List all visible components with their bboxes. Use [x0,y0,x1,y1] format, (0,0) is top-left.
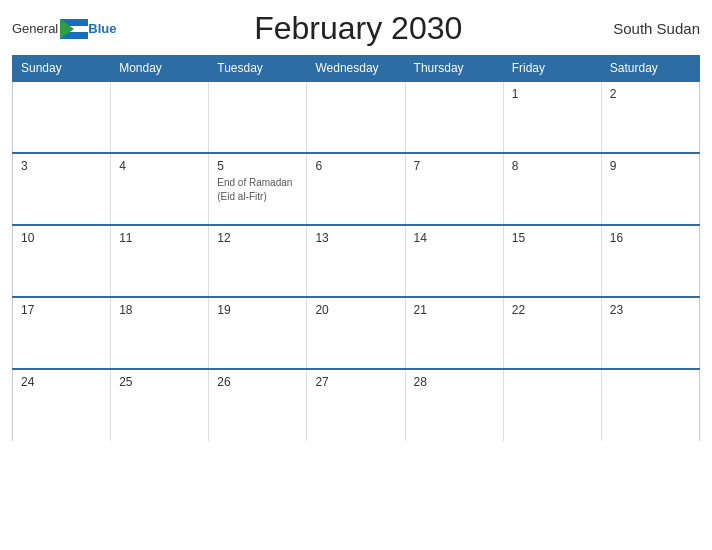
calendar-cell: 7 [405,153,503,225]
logo-blue-text: Blue [88,21,116,36]
calendar-cell: 14 [405,225,503,297]
calendar-container: General Blue February 2030 South Sudan S… [0,0,712,550]
day-number: 26 [217,375,298,389]
day-number: 3 [21,159,102,173]
calendar-cell: 20 [307,297,405,369]
day-number: 9 [610,159,691,173]
day-number: 13 [315,231,396,245]
calendar-cell: 13 [307,225,405,297]
calendar-cell [601,369,699,441]
calendar-cell: 6 [307,153,405,225]
day-number: 17 [21,303,102,317]
calendar-title: February 2030 [116,10,600,47]
day-number: 10 [21,231,102,245]
calendar-cell: 10 [13,225,111,297]
logo-flag-icon [60,19,88,39]
event-label: End of Ramadan (Eid al-Fitr) [217,177,292,202]
day-header-thursday: Thursday [405,56,503,82]
calendar-cell: 9 [601,153,699,225]
calendar-cell: 16 [601,225,699,297]
calendar-cell: 3 [13,153,111,225]
day-number: 28 [414,375,495,389]
calendar-cell [405,81,503,153]
day-number: 23 [610,303,691,317]
calendar-week-row: 2425262728 [13,369,700,441]
calendar-cell: 8 [503,153,601,225]
day-number: 14 [414,231,495,245]
header: General Blue February 2030 South Sudan [12,10,700,47]
day-number: 20 [315,303,396,317]
calendar-cell [503,369,601,441]
calendar-cell [13,81,111,153]
calendar-cell: 18 [111,297,209,369]
calendar-cell: 17 [13,297,111,369]
day-number: 7 [414,159,495,173]
logo-general-text: General [12,21,58,36]
calendar-cell: 22 [503,297,601,369]
calendar-week-row: 12 [13,81,700,153]
day-header-tuesday: Tuesday [209,56,307,82]
day-header-monday: Monday [111,56,209,82]
calendar-week-row: 10111213141516 [13,225,700,297]
day-number: 16 [610,231,691,245]
day-number: 11 [119,231,200,245]
calendar-cell: 5End of Ramadan (Eid al-Fitr) [209,153,307,225]
calendar-cell: 24 [13,369,111,441]
calendar-cell: 28 [405,369,503,441]
calendar-cell [209,81,307,153]
day-number: 22 [512,303,593,317]
calendar-cell: 11 [111,225,209,297]
calendar-cell: 12 [209,225,307,297]
logo: General Blue [12,19,116,39]
day-number: 24 [21,375,102,389]
day-number: 18 [119,303,200,317]
calendar-table: SundayMondayTuesdayWednesdayThursdayFrid… [12,55,700,441]
calendar-cell: 2 [601,81,699,153]
day-number: 12 [217,231,298,245]
day-header-wednesday: Wednesday [307,56,405,82]
calendar-cell: 1 [503,81,601,153]
day-number: 27 [315,375,396,389]
day-header-saturday: Saturday [601,56,699,82]
calendar-cell: 21 [405,297,503,369]
calendar-cell: 23 [601,297,699,369]
calendar-cell: 15 [503,225,601,297]
calendar-cell: 4 [111,153,209,225]
calendar-week-row: 17181920212223 [13,297,700,369]
days-header-row: SundayMondayTuesdayWednesdayThursdayFrid… [13,56,700,82]
day-number: 21 [414,303,495,317]
day-number: 25 [119,375,200,389]
day-number: 5 [217,159,298,173]
calendar-cell [111,81,209,153]
calendar-cell: 19 [209,297,307,369]
calendar-cell: 25 [111,369,209,441]
calendar-week-row: 345End of Ramadan (Eid al-Fitr)6789 [13,153,700,225]
day-number: 4 [119,159,200,173]
day-number: 2 [610,87,691,101]
country-name: South Sudan [600,20,700,37]
calendar-cell: 27 [307,369,405,441]
day-number: 8 [512,159,593,173]
calendar-cell [307,81,405,153]
day-header-sunday: Sunday [13,56,111,82]
calendar-cell: 26 [209,369,307,441]
day-number: 19 [217,303,298,317]
day-header-friday: Friday [503,56,601,82]
day-number: 1 [512,87,593,101]
day-number: 15 [512,231,593,245]
day-number: 6 [315,159,396,173]
